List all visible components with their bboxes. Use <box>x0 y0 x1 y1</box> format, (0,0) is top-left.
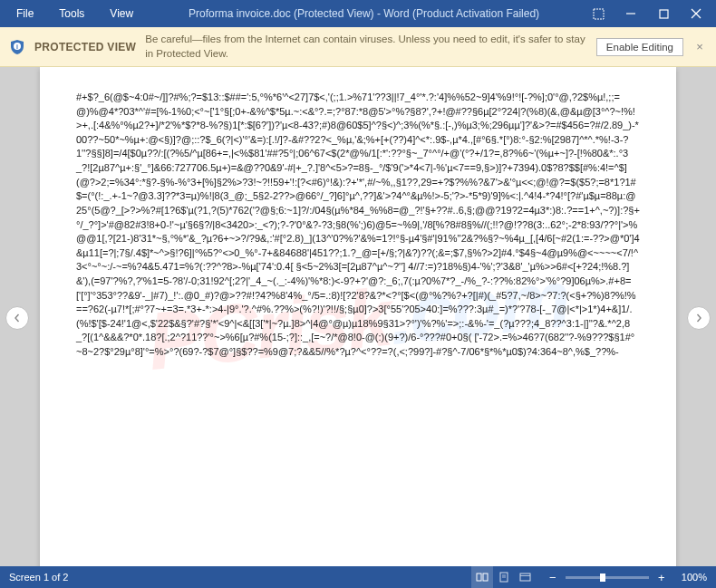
web-layout-button[interactable] <box>515 566 537 588</box>
window-title: Proforma invoice.doc (Protected View) - … <box>146 7 582 20</box>
read-mode-button[interactable] <box>471 566 493 588</box>
menu-view[interactable]: View <box>97 2 146 25</box>
protected-view-bar: i PROTECTED VIEW Be careful—files from t… <box>0 27 716 67</box>
svg-rect-12 <box>520 574 530 581</box>
screen-indicator[interactable]: Screen 1 of 2 <box>9 572 471 583</box>
svg-rect-2 <box>660 10 668 18</box>
maximize-button[interactable] <box>647 0 680 27</box>
protected-view-title: PROTECTED VIEW <box>34 41 136 53</box>
svg-rect-8 <box>483 574 488 581</box>
close-button[interactable] <box>680 0 712 27</box>
document-page: PCrisk.com #+$?_6(@$~4:0#~/]]?#%;?=$13::… <box>40 67 676 569</box>
zoom-out-button[interactable]: − <box>546 571 560 584</box>
menu-tools[interactable]: Tools <box>46 2 97 25</box>
print-layout-button[interactable] <box>493 566 515 588</box>
close-warning-button[interactable]: × <box>692 40 707 53</box>
status-bar: Screen 1 of 2 − + 100% <box>0 566 716 588</box>
document-body-text: #+$?_6(@$~4:0#~/]]?#%;?=$13::$##=':5,°%*… <box>76 91 640 360</box>
prev-page-button[interactable] <box>5 306 29 330</box>
minimize-button[interactable] <box>614 0 647 27</box>
shield-icon: i <box>9 39 25 55</box>
protected-view-text: Be careful—files from the Internet can c… <box>145 33 587 61</box>
ribbon-display-button[interactable] <box>582 0 614 27</box>
menu-file[interactable]: File <box>4 2 46 25</box>
next-page-button[interactable] <box>687 306 711 330</box>
svg-rect-0 <box>594 9 604 19</box>
zoom-in-button[interactable]: + <box>654 571 669 584</box>
svg-text:i: i <box>16 43 18 50</box>
zoom-percent[interactable]: 100% <box>682 572 707 583</box>
document-area: PCrisk.com #+$?_6(@$~4:0#~/]]?#%;?=$13::… <box>0 67 716 569</box>
zoom-slider[interactable] <box>566 576 649 579</box>
enable-editing-button[interactable]: Enable Editing <box>596 38 683 56</box>
svg-rect-7 <box>477 574 481 581</box>
